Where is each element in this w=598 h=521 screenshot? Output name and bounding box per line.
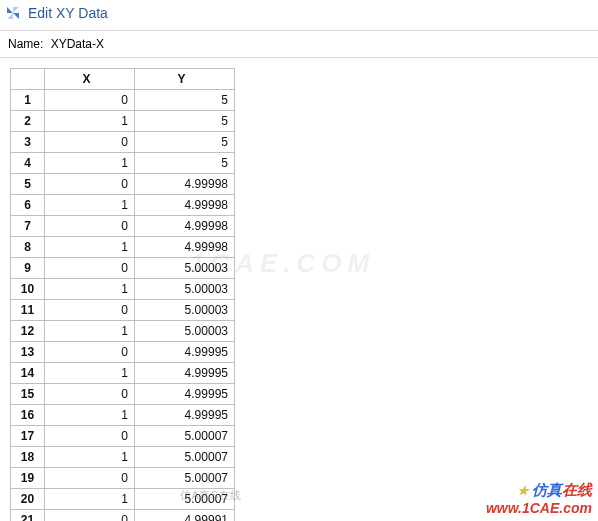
table-row[interactable]: 1504.99995 [11,384,235,405]
table-row[interactable]: 305 [11,132,235,153]
cell-y[interactable]: 4.99995 [135,363,235,384]
table-row[interactable]: 415 [11,153,235,174]
xy-table[interactable]: X Y 105215305415504.99998614.99998704.99… [10,68,235,521]
cell-y[interactable]: 5 [135,132,235,153]
table-row[interactable]: 1614.99995 [11,405,235,426]
cell-x[interactable]: 0 [45,132,135,153]
cell-y[interactable]: 5 [135,153,235,174]
branding-line1: ★仿真在线 [486,481,592,500]
star-icon: ★ [517,483,529,498]
cell-x[interactable]: 1 [45,363,135,384]
name-value: XYData-X [51,37,104,51]
cell-y[interactable]: 5.00007 [135,426,235,447]
xy-data-icon [4,4,22,22]
cell-x[interactable]: 0 [45,510,135,522]
row-header[interactable]: 17 [11,426,45,447]
row-header[interactable]: 21 [11,510,45,522]
branding-line2: www.1CAE.com [486,500,592,518]
window-title: Edit XY Data [28,5,108,21]
row-header[interactable]: 3 [11,132,45,153]
row-header[interactable]: 5 [11,174,45,195]
cell-y[interactable]: 5.00003 [135,258,235,279]
branding: ★仿真在线 www.1CAE.com [486,481,592,517]
table-row[interactable]: 105 [11,90,235,111]
cell-x[interactable]: 0 [45,384,135,405]
cell-y[interactable]: 5 [135,111,235,132]
table-row[interactable]: 905.00003 [11,258,235,279]
cell-x[interactable]: 1 [45,321,135,342]
col-header-y[interactable]: Y [135,69,235,90]
table-row[interactable]: 2015.00007 [11,489,235,510]
col-header-x[interactable]: X [45,69,135,90]
table-row[interactable]: 1414.99995 [11,363,235,384]
row-header[interactable]: 10 [11,279,45,300]
table-row[interactable]: 1215.00003 [11,321,235,342]
row-header[interactable]: 11 [11,300,45,321]
row-header[interactable]: 1 [11,90,45,111]
row-header[interactable]: 7 [11,216,45,237]
cell-y[interactable]: 4.99995 [135,405,235,426]
table-row[interactable]: 1304.99995 [11,342,235,363]
svg-marker-2 [13,7,19,13]
cell-y[interactable]: 5.00003 [135,300,235,321]
row-header[interactable]: 16 [11,405,45,426]
cell-x[interactable]: 0 [45,426,135,447]
table-row[interactable]: 1905.00007 [11,468,235,489]
row-header[interactable]: 20 [11,489,45,510]
row-header[interactable]: 15 [11,384,45,405]
table-row[interactable]: 704.99998 [11,216,235,237]
name-label: Name: [8,37,43,51]
row-header[interactable]: 18 [11,447,45,468]
cell-x[interactable]: 1 [45,447,135,468]
edit-xy-data-window: Edit XY Data Name: XYData-X X Y 10521530… [0,0,598,521]
row-header[interactable]: 2 [11,111,45,132]
table-row[interactable]: 2104.99991 [11,510,235,522]
row-header[interactable]: 6 [11,195,45,216]
cell-x[interactable]: 0 [45,90,135,111]
row-header[interactable]: 12 [11,321,45,342]
cell-y[interactable]: 4.99998 [135,195,235,216]
table-row[interactable]: 814.99998 [11,237,235,258]
table-row[interactable]: 504.99998 [11,174,235,195]
svg-marker-1 [13,13,19,19]
cell-x[interactable]: 0 [45,258,135,279]
cell-x[interactable]: 0 [45,300,135,321]
cell-y[interactable]: 5.00007 [135,489,235,510]
cell-x[interactable]: 1 [45,279,135,300]
cell-x[interactable]: 0 [45,468,135,489]
table-row[interactable]: 1105.00003 [11,300,235,321]
cell-y[interactable]: 5 [135,90,235,111]
cell-x[interactable]: 1 [45,153,135,174]
cell-y[interactable]: 4.99995 [135,384,235,405]
cell-x[interactable]: 1 [45,489,135,510]
cell-x[interactable]: 0 [45,342,135,363]
table-row[interactable]: 1815.00007 [11,447,235,468]
cell-x[interactable]: 1 [45,111,135,132]
table-row[interactable]: 1705.00007 [11,426,235,447]
cell-x[interactable]: 1 [45,405,135,426]
table-row[interactable]: 1015.00003 [11,279,235,300]
cell-x[interactable]: 0 [45,174,135,195]
row-header[interactable]: 4 [11,153,45,174]
row-header[interactable]: 19 [11,468,45,489]
row-header[interactable]: 9 [11,258,45,279]
cell-y[interactable]: 5.00007 [135,468,235,489]
cell-y[interactable]: 5.00003 [135,321,235,342]
cell-y[interactable]: 5.00007 [135,447,235,468]
cell-y[interactable]: 4.99998 [135,216,235,237]
row-header[interactable]: 14 [11,363,45,384]
cell-y[interactable]: 5.00003 [135,279,235,300]
row-header[interactable]: 13 [11,342,45,363]
row-header[interactable]: 8 [11,237,45,258]
cell-y[interactable]: 4.99998 [135,237,235,258]
titlebar: Edit XY Data [0,0,598,30]
table-row[interactable]: 215 [11,111,235,132]
cell-y[interactable]: 4.99998 [135,174,235,195]
cell-y[interactable]: 4.99995 [135,342,235,363]
cell-y[interactable]: 4.99991 [135,510,235,522]
table-row[interactable]: 614.99998 [11,195,235,216]
cell-x[interactable]: 1 [45,237,135,258]
table-corner [11,69,45,90]
cell-x[interactable]: 0 [45,216,135,237]
cell-x[interactable]: 1 [45,195,135,216]
